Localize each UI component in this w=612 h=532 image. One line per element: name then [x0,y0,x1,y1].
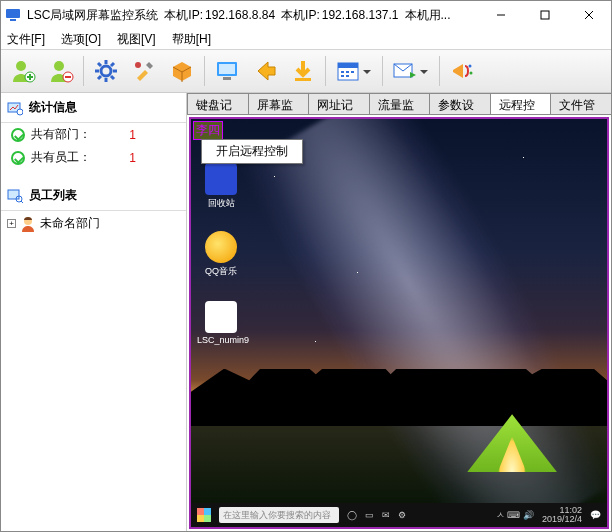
expand-icon[interactable]: + [7,219,16,228]
svg-rect-12 [295,78,311,81]
dept-label: 共有部门： [31,126,91,143]
sidebar: 统计信息 共有部门： 1 共有员工： 1 员工列表 + 未命名部门 [1,93,187,531]
remote-date: 2019/12/4 [542,515,582,524]
menu-options[interactable]: 选项[O] [59,30,103,49]
tab-url[interactable]: 网址记录 [308,93,370,114]
check-icon [11,151,25,165]
tab-params[interactable]: 参数设置 [429,93,491,114]
user-label: 本机用... [405,7,457,24]
svg-rect-19 [346,75,349,77]
app-icon [5,7,21,23]
emp-count: 1 [129,151,176,165]
calendar-dropdown[interactable] [330,53,378,89]
titlebar: LSC局域网屏幕监控系统 本机IP: 192.168.8.84 本机IP: 19… [1,1,611,29]
svg-point-3 [16,61,26,71]
mail-dropdown[interactable] [387,53,435,89]
download-button[interactable] [285,53,321,89]
stats-title: 统计信息 [29,99,77,116]
add-user-button[interactable] [5,53,41,89]
ip1-value: 192.168.8.84 [205,8,281,22]
settings-button[interactable] [88,53,124,89]
tab-files[interactable]: 文件管理 [550,93,611,114]
svg-point-21 [469,65,472,68]
monitor-button[interactable] [209,53,245,89]
svg-rect-11 [223,77,231,80]
tab-remote[interactable]: 远程控制 [490,93,552,114]
employee-list-header: 员工列表 [1,183,186,211]
stats-icon [7,100,23,116]
tree-root-node[interactable]: + 未命名部门 [7,215,180,232]
main-panel: 键盘记录 屏幕监控 网址记录 流量监控 参数设置 远程控制 文件管理 回收站 Q… [187,93,611,531]
check-icon [11,128,25,142]
ip2-label: 本机IP: [281,7,326,24]
svg-point-5 [54,61,64,71]
tab-bar: 键盘记录 屏幕监控 网址记录 流量监控 参数设置 远程控制 文件管理 [187,93,611,115]
svg-point-22 [470,72,473,75]
emp-label: 共有员工： [31,149,91,166]
svg-rect-16 [346,71,349,73]
svg-point-8 [135,62,141,68]
stats-dept-row: 共有部门： 1 [1,123,186,146]
remote-desktop-icon: 回收站 [197,163,245,210]
close-button[interactable] [567,1,611,29]
app-title: LSC局域网屏幕监控系统 [27,7,164,24]
tab-screen[interactable]: 屏幕监控 [248,93,310,114]
remote-user-label: 李四 [193,121,223,140]
tab-keylog[interactable]: 键盘记录 [187,93,249,114]
remote-screen-thumb[interactable]: 回收站 QQ音乐 LSC_numin9 在这里输入你要搜索的内容 ◯▭✉⚙ ㅅ … [189,117,609,529]
svg-rect-14 [338,63,358,68]
remote-desktop-icon: LSC_numin9 [197,301,245,345]
stats-header: 统计信息 [1,95,186,123]
svg-rect-18 [341,75,344,77]
tab-traffic[interactable]: 流量监控 [369,93,431,114]
remove-user-button[interactable] [43,53,79,89]
remote-search-box: 在这里输入你要搜索的内容 [219,507,339,523]
svg-rect-10 [219,64,235,74]
menu-help[interactable]: 帮助[H] [170,30,213,49]
svg-point-24 [17,109,23,115]
dept-count: 1 [129,128,176,142]
search-user-icon [7,188,23,204]
employee-list-title: 员工列表 [29,187,77,204]
minimize-button[interactable] [479,1,523,29]
context-menu-item-start-remote[interactable]: 开启远程控制 [201,139,303,164]
svg-rect-15 [341,71,344,73]
svg-rect-1 [10,19,16,21]
tools-button[interactable] [126,53,162,89]
menubar: 文件[F] 选项[O] 视图[V] 帮助[H] [1,29,611,49]
remote-desktop-icon: QQ音乐 [197,231,245,278]
menu-view[interactable]: 视图[V] [115,30,158,49]
remote-taskbar: 在这里输入你要搜索的内容 ◯▭✉⚙ ㅅ ⌨ 🔊 11:02 2019/12/4 … [191,503,607,527]
maximize-button[interactable] [523,1,567,29]
menu-file[interactable]: 文件[F] [5,30,47,49]
ip2-value: 192.168.137.1 [322,8,405,22]
svg-rect-17 [351,71,354,73]
svg-rect-0 [6,9,20,18]
employee-tree[interactable]: + 未命名部门 [1,211,186,236]
svg-rect-2 [541,11,549,19]
svg-rect-25 [8,190,19,199]
stats-emp-row: 共有员工： 1 [1,146,186,169]
toolbar [1,49,611,93]
windows-start-icon [197,508,211,522]
tab-pane-remote: 回收站 QQ音乐 LSC_numin9 在这里输入你要搜索的内容 ◯▭✉⚙ ㅅ … [187,115,611,531]
user-avatar-icon [20,216,36,232]
package-button[interactable] [164,53,200,89]
ip1-label: 本机IP: [164,7,209,24]
broadcast-button[interactable] [444,53,480,89]
svg-point-7 [101,66,111,76]
back-button[interactable] [247,53,283,89]
tree-root-label: 未命名部门 [40,215,100,232]
